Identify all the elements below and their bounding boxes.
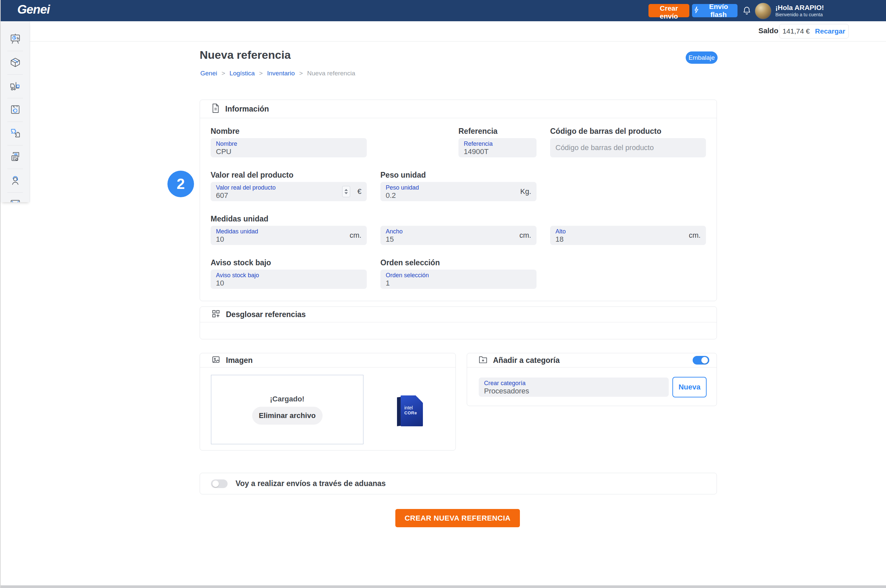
package-icon: [9, 56, 22, 70]
number-stepper[interactable]: [342, 186, 350, 197]
aduanas-toggle[interactable]: [211, 479, 228, 488]
referencia-section-title: Referencia: [458, 127, 536, 136]
desglosar-title: Desglosar referencias: [226, 310, 306, 319]
product-box-front: intel CORe: [401, 395, 423, 426]
sidebar-item-logistics[interactable]: [1, 75, 30, 98]
recharge-link[interactable]: Recargar: [815, 27, 845, 35]
kg-suffix: Kg.: [520, 187, 531, 196]
product-image: intel CORe: [397, 395, 423, 427]
desglosar-card-header: Desglosar referencias: [200, 307, 716, 322]
informacion-card-header: Información: [200, 100, 716, 118]
orden-seleccion-input-label: Orden selección: [386, 272, 531, 279]
cm-suffix: cm.: [350, 231, 362, 240]
sidebar-item-dashboard[interactable]: [1, 27, 30, 51]
breadcrumb-logistica[interactable]: Logística: [230, 70, 255, 77]
informacion-card: Información Nombre Nombre CPU Referencia…: [200, 100, 717, 301]
breadcrumb-genei[interactable]: Genei: [200, 70, 217, 77]
product-line: CORe: [404, 410, 423, 416]
aviso-stock-input[interactable]: Aviso stock bajo 10: [210, 270, 367, 289]
peso-unidad-input-label: Peso unidad: [386, 184, 531, 191]
image-icon: [212, 355, 220, 365]
document-icon: [212, 104, 219, 114]
medidas-section-title: Medidas unidad: [210, 214, 367, 224]
account-menu[interactable]: ¡Hola ARAPIO! Bienvenido a tu cuenta: [775, 4, 824, 18]
orden-seleccion-input[interactable]: Orden selección 1: [380, 270, 536, 289]
crear-categoria-input-value: Procesadores: [484, 387, 664, 395]
valor-real-input-value: 607: [216, 191, 362, 200]
toggle-knob: [701, 357, 708, 363]
valor-real-section-title: Valor real del producto: [210, 171, 367, 180]
billing-calculator-icon: [9, 150, 22, 164]
create-shipment-button[interactable]: Crear envío: [649, 4, 689, 17]
crear-nueva-referencia-button[interactable]: CREAR NUEVA REFERENCIA: [395, 509, 520, 527]
cm-suffix: cm.: [520, 231, 531, 240]
referencia-input-label: Referencia: [464, 141, 531, 147]
alto-input[interactable]: Alto 18 cm.: [550, 226, 706, 245]
nueva-categoria-button[interactable]: Nueva: [673, 377, 707, 398]
remove-file-button[interactable]: Eliminar archivo: [252, 407, 323, 424]
valor-real-input[interactable]: Valor real del producto 607 €: [210, 182, 367, 201]
top-navbar: Genei Crear envío Envío flash ¡Hola ARAP…: [1, 0, 886, 21]
ancho-input-value: 15: [386, 235, 531, 244]
upload-dropzone[interactable]: ¡Cargado! Eliminar archivo: [211, 375, 363, 444]
categoria-card-header: Añadir a categoría: [467, 353, 716, 368]
medidas-input-label: Medidas unidad: [216, 228, 362, 235]
orden-seleccion-input-value: 1: [386, 279, 531, 288]
embalaje-button[interactable]: Embalaje: [686, 51, 718, 64]
aduanas-card: Voy a realizar envíos a través de aduana…: [200, 473, 717, 494]
crear-categoria-input[interactable]: Crear categoría Procesadores: [479, 378, 669, 397]
breadcrumb-inventario[interactable]: Inventario: [267, 70, 295, 77]
categoria-toggle[interactable]: [693, 356, 709, 364]
notifications-bell-icon[interactable]: [742, 6, 752, 16]
aviso-stock-section-title: Aviso stock bajo: [210, 258, 367, 267]
breadcrumb-separator: >: [222, 70, 225, 77]
page-title: Nueva referencia: [200, 48, 291, 62]
breadcrumb-separator: >: [299, 70, 303, 77]
peso-unidad-section-title: Peso unidad: [380, 171, 536, 180]
step-badge-2: 2: [167, 171, 194, 197]
imagen-card: Imagen ¡Cargado! Eliminar archivo intel …: [200, 353, 456, 450]
sidebar-item-billing[interactable]: [1, 146, 30, 169]
imagen-card-header: Imagen: [200, 353, 455, 368]
user-avatar[interactable]: [755, 3, 771, 19]
referencia-input[interactable]: Referencia 14900T: [458, 138, 536, 158]
toggle-knob: [212, 480, 219, 487]
bottom-edge-strip: [1, 585, 886, 588]
categoria-body: Crear categoría Procesadores Nueva: [467, 368, 716, 398]
sidebar-item-returns[interactable]: [1, 98, 30, 122]
support-agent-icon: [9, 174, 22, 188]
medidas-input-value: 10: [216, 235, 362, 244]
codigo-barras-input[interactable]: Código de barras del producto: [550, 138, 706, 158]
balance-bar: [30, 21, 886, 42]
page: Genei Crear envío Envío flash ¡Hola ARAP…: [0, 0, 886, 588]
nombre-section-title: Nombre: [210, 127, 367, 136]
euro-suffix: €: [357, 187, 362, 196]
nombre-input-label: Nombre: [216, 141, 362, 147]
medidas-input[interactable]: Medidas unidad 10 cm.: [210, 226, 367, 245]
alto-input-value: 18: [556, 235, 701, 244]
forklift-logistics-icon: [9, 80, 22, 94]
codigo-barras-section-title: Código de barras del producto: [550, 127, 706, 136]
peso-unidad-input[interactable]: Peso unidad 0.2 Kg.: [380, 182, 536, 201]
categoria-card: Añadir a categoría Crear categoría Proce…: [467, 353, 717, 406]
aviso-stock-input-value: 10: [216, 279, 362, 288]
balance-box: 141,74 € Recargar: [779, 24, 849, 39]
sidebar-item-support[interactable]: [1, 169, 30, 193]
codigo-barras-placeholder: Código de barras del producto: [556, 143, 654, 152]
informacion-title: Información: [225, 105, 269, 114]
balance-amount: 141,74 €: [783, 27, 810, 35]
sidebar-item-packages[interactable]: [1, 51, 30, 75]
lightning-bolt-icon: [694, 6, 699, 15]
flash-shipment-button[interactable]: Envío flash: [692, 4, 737, 17]
nombre-input[interactable]: Nombre CPU: [210, 138, 367, 158]
grid-plus-icon: [212, 309, 220, 320]
product-brand: intel: [404, 405, 423, 410]
desglosar-card: Desglosar referencias: [200, 306, 717, 339]
sidebar-item-integrations[interactable]: [1, 122, 30, 146]
ancho-input[interactable]: Ancho 15 cm.: [380, 226, 536, 245]
cm-suffix: cm.: [689, 231, 701, 240]
left-sidebar: [1, 21, 30, 202]
imagen-title: Imagen: [226, 356, 253, 365]
screen-icon-partial: [9, 198, 22, 202]
sidebar-item-screen[interactable]: [1, 193, 30, 202]
